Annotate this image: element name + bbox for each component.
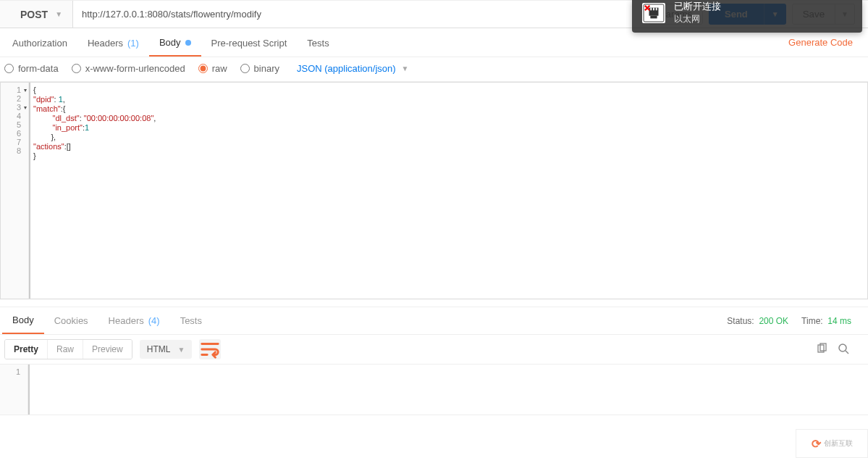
svg-rect-4: [653, 7, 654, 10]
format-select[interactable]: HTML ▼: [140, 340, 193, 359]
chevron-down-icon: ▼: [177, 346, 185, 354]
resp-tab-headers[interactable]: Headers (4): [98, 308, 170, 333]
svg-point-8: [839, 344, 846, 351]
svg-rect-5: [656, 7, 657, 10]
response-status: Status: 200 OK Time: 14 ms: [727, 316, 866, 326]
copy-icon[interactable]: [816, 343, 827, 357]
resp-editor-code[interactable]: [28, 365, 868, 415]
tab-body[interactable]: Body: [149, 28, 201, 57]
svg-rect-3: [650, 7, 652, 10]
fold-icon[interactable]: ▾: [24, 104, 27, 112]
chevron-down-icon: ▼: [55, 10, 62, 18]
unsaved-dot-icon: [185, 40, 191, 46]
notification-subtitle: 以太网: [674, 13, 721, 25]
generate-code-link[interactable]: Generate Code: [775, 28, 866, 57]
search-icon[interactable]: [838, 343, 849, 357]
resp-tab-cookies[interactable]: Cookies: [44, 308, 98, 333]
url-input[interactable]: [73, 1, 643, 28]
editor-code[interactable]: { "dpid": 1, "match":{ "dl_dst": "00:00:…: [29, 83, 867, 299]
radio-binary[interactable]: binary: [240, 63, 279, 74]
radio-form-data[interactable]: form-data: [4, 63, 59, 74]
view-pretty[interactable]: Pretty: [5, 340, 48, 359]
svg-rect-2: [650, 15, 657, 18]
resp-tab-tests[interactable]: Tests: [170, 308, 212, 333]
method-label: POST: [20, 9, 48, 20]
notification-title: 已断开连接: [674, 0, 721, 13]
tab-headers[interactable]: Headers (1): [77, 29, 149, 56]
chevron-down-icon: ▼: [402, 64, 409, 72]
wrap-icon: [199, 338, 221, 360]
method-select[interactable]: POST ▼: [0, 1, 73, 28]
horizontal-splitter[interactable]: [0, 299, 868, 307]
tab-tests[interactable]: Tests: [297, 29, 339, 56]
svg-line-9: [846, 351, 848, 354]
ethernet-disconnected-icon: [642, 3, 665, 23]
fold-icon[interactable]: ▾: [24, 86, 27, 95]
radio-raw[interactable]: raw: [198, 63, 227, 74]
tab-authorization[interactable]: Authorization: [2, 29, 77, 56]
view-preview[interactable]: Preview: [83, 340, 132, 359]
tab-prerequest[interactable]: Pre-request Script: [201, 29, 298, 56]
request-body-editor[interactable]: 1▾ 2 3▾ 4 5 6 7 8 { "dpid": 1, "match":{…: [0, 82, 868, 299]
resp-editor-gutter: 1: [0, 365, 28, 415]
view-raw[interactable]: Raw: [48, 340, 83, 359]
wrap-toggle-button[interactable]: [199, 339, 221, 359]
editor-gutter: 1▾ 2 3▾ 4 5 6 7 8: [1, 83, 29, 299]
radio-urlencoded[interactable]: x-www-form-urlencoded: [72, 63, 185, 74]
content-type-select[interactable]: JSON (application/json) ▼: [297, 63, 408, 74]
response-body-editor[interactable]: 1: [0, 365, 868, 415]
resp-tab-body[interactable]: Body: [2, 307, 44, 334]
